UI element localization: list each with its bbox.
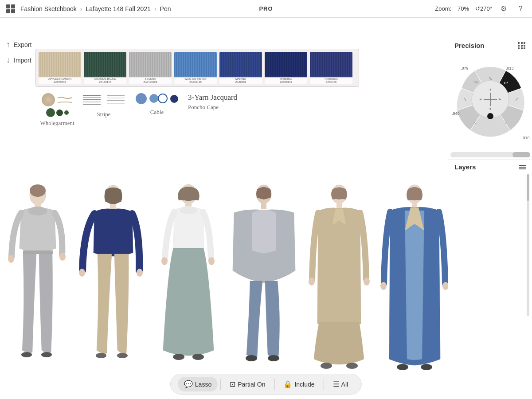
cable-label: Cable — [150, 109, 164, 116]
circles-dark-green-group — [46, 108, 69, 117]
texture-row: Wholegarment — [35, 93, 346, 127]
svg-point-40 — [364, 278, 370, 286]
swatch-beige[interactable]: APPLECINNAMONZA070003 — [39, 52, 81, 84]
canvas-area[interactable]: ↑ Export ↓ Import APPLECINNAMONZA070003 … — [0, 18, 532, 399]
settings-icon[interactable]: ⚙ — [498, 4, 509, 14]
lasso-button[interactable]: 💬 Lasso — [178, 377, 218, 391]
figure-4 — [230, 182, 298, 386]
figure-6 — [380, 182, 449, 386]
grid-icon[interactable] — [6, 4, 15, 13]
zoom-value: 70% — [458, 5, 469, 12]
stroke-beige-group — [57, 96, 73, 104]
svg-point-42 — [346, 363, 358, 369]
swatch-fabric-navy1 — [219, 52, 262, 78]
svg-point-63 — [487, 113, 493, 119]
import-icon: ↓ — [6, 55, 10, 65]
swatch-label-navy3: POSSOCAZA50106 — [310, 77, 352, 84]
figure-2 — [79, 182, 148, 386]
partial-on-button[interactable]: ⊡ Partial On — [223, 377, 271, 391]
svg-text:⤤: ⤤ — [515, 97, 518, 102]
figure-1-svg — [4, 182, 72, 386]
svg-point-24 — [96, 353, 106, 358]
circle-dark2 — [56, 110, 63, 116]
precision-val-topright: .013 — [506, 66, 514, 70]
breadcrumb-current: Pen — [160, 5, 171, 12]
grid-dots-icon[interactable] — [518, 42, 526, 49]
swatch-blue1[interactable]: WASHED INDIGOZA703115 — [174, 52, 217, 84]
layers-scroll-track — [527, 174, 529, 316]
swatch-navy1[interactable]: MARINOZA40101 — [219, 52, 262, 84]
svg-point-19 — [41, 352, 52, 357]
nav-right: Zoom: 70% ↺270° ⚙ ? — [435, 4, 526, 14]
export-icon: ↑ — [6, 40, 10, 49]
layers-header: Layers — [448, 159, 532, 174]
svg-point-18 — [21, 352, 32, 357]
svg-rect-38 — [336, 203, 342, 209]
fabric-section: APPLECINNAMONZA070003 COASTAL BAULEZA130… — [35, 49, 359, 127]
stripe-svg — [81, 93, 103, 106]
figure-3-svg — [154, 182, 223, 386]
layers-scroll-thumb[interactable] — [527, 174, 529, 201]
breadcrumb-project[interactable]: Lafayette 148 Fall 2021 — [86, 5, 151, 12]
precision-val-left: .940 — [452, 111, 460, 116]
svg-point-9 — [149, 94, 158, 103]
svg-point-28 — [180, 206, 197, 214]
stroke-beige-2 — [57, 101, 73, 104]
export-button[interactable]: ↑ Export — [6, 40, 47, 49]
svg-point-25 — [117, 353, 128, 358]
scroll-bar[interactable] — [450, 152, 530, 157]
figures-row — [0, 182, 452, 386]
include-label: Include — [294, 381, 314, 388]
svg-text:〜: 〜 — [473, 121, 477, 125]
svg-point-22 — [79, 269, 85, 277]
swatch-label-beige: APPLECINNAMONZA070003 — [39, 77, 81, 84]
texture-stripe: Stripe — [82, 93, 126, 118]
stroke-beige-1 — [57, 96, 73, 99]
circle-navy — [170, 95, 178, 103]
svg-point-35 — [246, 355, 257, 361]
texture-wholegarment: Wholegarment — [37, 93, 77, 127]
all-label: All — [341, 381, 348, 388]
svg-text:↩: ↩ — [504, 80, 508, 86]
include-button[interactable]: 🔒 Include — [277, 377, 321, 391]
svg-point-45 — [380, 282, 387, 290]
zoom-angle: ↺270° — [475, 5, 492, 12]
svg-text:↪: ↪ — [473, 79, 478, 85]
help-icon[interactable]: ? — [515, 4, 526, 14]
import-label: Import — [14, 57, 31, 64]
swatch-darkgreen[interactable]: COASTAL BAULEZA130115 — [84, 52, 126, 84]
precision-val-bottomright: .310 — [522, 136, 530, 140]
top-nav: Fashion Sketchbook › Lafayette 148 Fall … — [0, 0, 532, 18]
swatch-fabric-gray — [129, 52, 172, 78]
scroll-thumb[interactable] — [512, 152, 530, 157]
swatch-navy2[interactable]: INVISIBLEZA200133 — [265, 52, 307, 84]
figure-4-svg — [230, 182, 298, 386]
svg-text:✎: ✎ — [489, 76, 492, 81]
figure-5-svg — [305, 182, 374, 386]
svg-point-30 — [208, 257, 215, 265]
figure-5 — [305, 182, 374, 386]
swatch-gray[interactable]: SILVERAZA7130329 — [129, 52, 172, 84]
svg-point-23 — [137, 269, 143, 277]
cable-samples — [136, 93, 178, 104]
all-icon: ☰ — [333, 380, 339, 388]
swatch-navy3[interactable]: POSSOCAZA50106 — [310, 52, 352, 84]
figure-3 — [154, 182, 223, 386]
include-icon: 🔒 — [283, 380, 292, 388]
figure-2-svg — [79, 182, 148, 386]
lasso-icon: 💬 — [184, 380, 193, 388]
swatch-label-gray: SILVERAZA7130329 — [129, 77, 172, 84]
breadcrumb-sep-2: › — [154, 5, 156, 12]
hamburger-icon[interactable] — [519, 165, 526, 169]
svg-text:+: + — [505, 121, 507, 125]
precision-wheel[interactable]: .013 .079 .940 .310 ↩ ↪ ✎ ⤣ ⤤ 〜 + — [448, 53, 532, 150]
circle-dark3 — [64, 110, 69, 115]
breadcrumb-app[interactable]: Fashion Sketchbook — [20, 5, 77, 12]
circle-blue — [136, 93, 147, 104]
svg-point-15 — [8, 255, 14, 263]
swatch-fabric-beige — [39, 52, 81, 78]
svg-text:⤣: ⤣ — [463, 97, 467, 102]
all-button[interactable]: ☰ All — [327, 377, 355, 391]
cable-svg — [149, 93, 168, 104]
poncho-cape-label: Poncho Cape — [188, 104, 299, 111]
